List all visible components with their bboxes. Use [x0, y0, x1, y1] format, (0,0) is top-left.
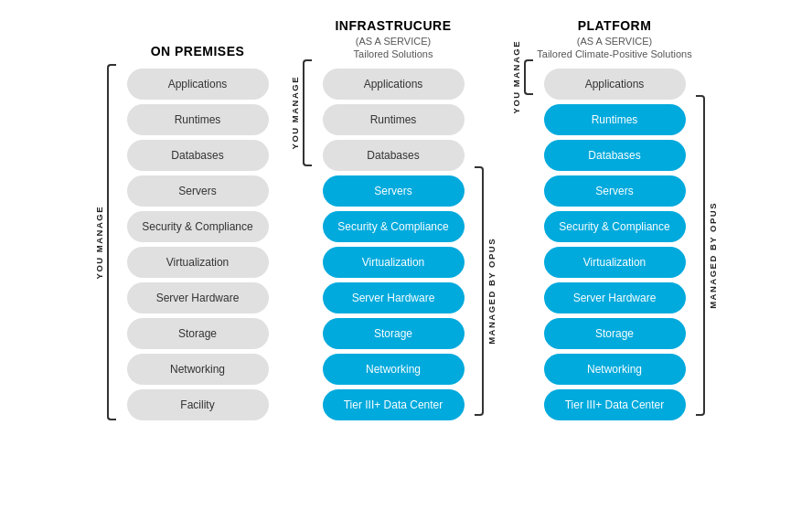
platform-section: YOU MANAGE PLATFORM (AS A SERVICE) Tailo… — [511, 9, 718, 425]
on-premises-title: ON PREMISES — [151, 44, 245, 59]
platform-you-manage-label: YOU MANAGE — [511, 40, 521, 113]
pill-plt-1: Runtimes — [544, 104, 686, 135]
infrastructure-column: INFRASTRUCURE (AS A SERVICE) Tailored So… — [315, 9, 471, 425]
platform-column: PLATFORM (AS A SERVICE) Tailored Climate… — [537, 9, 692, 425]
infrastructure-title: INFRASTRUCURE — [335, 18, 451, 34]
pill-op-4: Security & Compliance — [127, 211, 269, 242]
pill-inf-5: Virtualization — [323, 247, 465, 278]
platform-title: PLATFORM — [578, 18, 652, 34]
pill-plt-9: Tier III+ Data Center — [544, 389, 686, 420]
pill-op-3: Servers — [127, 175, 269, 207]
on-premises-you-manage-label: YOU MANAGE — [94, 206, 104, 279]
infrastructure-subtitle1: (AS A SERVICE) — [356, 36, 431, 47]
pill-plt-7: Storage — [544, 318, 686, 349]
pill-inf-9: Tier III+ Data Center — [323, 389, 465, 420]
pill-inf-4: Security & Compliance — [323, 211, 465, 242]
pill-inf-8: Networking — [323, 354, 465, 385]
pill-op-5: Virtualization — [127, 247, 269, 278]
platform-subtitle2: Tailored Climate-Positive Solutions — [537, 48, 691, 59]
diagram: YOU MANAGE ON PREMISES Applications Runt… — [0, 0, 812, 531]
on-premises-section: YOU MANAGE ON PREMISES Applications Runt… — [94, 9, 275, 425]
pill-plt-5: Virtualization — [544, 247, 686, 278]
pill-inf-2: Databases — [323, 140, 465, 171]
columns-wrapper: YOU MANAGE ON PREMISES Applications Runt… — [0, 9, 812, 522]
infra-you-manage-label: YOU MANAGE — [290, 76, 300, 149]
pill-op-8: Networking — [127, 354, 269, 385]
pill-op-0: Applications — [127, 69, 269, 100]
platform-managed-label: MANAGED BY OPUS — [708, 202, 718, 309]
pill-op-1: Runtimes — [127, 104, 269, 135]
pill-inf-3: Servers — [323, 175, 465, 207]
infrastructure-header: INFRASTRUCURE (AS A SERVICE) Tailored So… — [335, 9, 451, 59]
pill-plt-6: Server Hardware — [544, 282, 686, 313]
pill-plt-0: Applications — [544, 69, 686, 100]
pill-inf-0: Applications — [323, 69, 465, 100]
infrastructure-section: YOU MANAGE INFRASTRUCURE (AS A SERVICE) … — [290, 9, 497, 425]
on-premises-header: ON PREMISES — [151, 9, 245, 59]
infra-managed-label: MANAGED BY OPUS — [486, 238, 497, 345]
pill-plt-8: Networking — [544, 354, 686, 385]
pill-op-9: Facility — [127, 389, 269, 420]
pill-inf-7: Storage — [323, 318, 465, 349]
on-premises-column: ON PREMISES Applications Runtimes Databa… — [120, 9, 275, 425]
platform-subtitle1: (AS A SERVICE) — [577, 36, 652, 47]
pill-op-7: Storage — [127, 318, 269, 349]
pill-inf-1: Runtimes — [323, 104, 465, 135]
pill-plt-2: Databases — [544, 140, 686, 171]
pill-op-2: Databases — [127, 140, 269, 171]
infrastructure-subtitle2: Tailored Solutions — [354, 48, 433, 59]
platform-header: PLATFORM (AS A SERVICE) Tailored Climate… — [537, 9, 691, 59]
pill-op-6: Server Hardware — [127, 282, 269, 313]
pill-inf-6: Server Hardware — [323, 282, 465, 313]
pill-plt-4: Security & Compliance — [544, 211, 686, 242]
pill-plt-3: Servers — [544, 175, 686, 207]
